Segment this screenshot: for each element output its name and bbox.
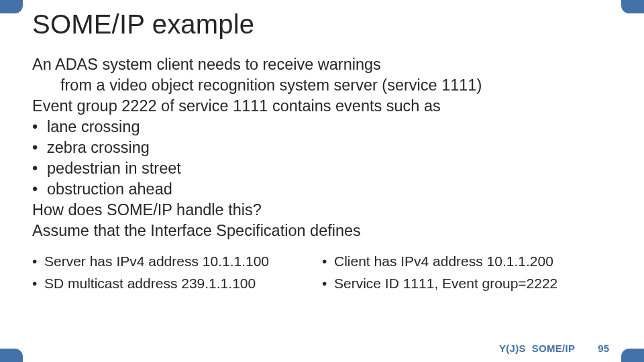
list-item: • SD multicast address 239.1.1.100 xyxy=(32,273,322,295)
slide-footer: Y(J)S SOME/IP 95 xyxy=(499,343,609,354)
column-right: • Client has IPv4 address 10.1.1.200 • S… xyxy=(322,251,612,294)
bullet-icon: • xyxy=(32,179,47,200)
list-item: • obstruction ahead xyxy=(32,179,612,200)
bullet-icon: • xyxy=(322,273,334,295)
two-column-block: • Server has IPv4 address 10.1.1.100 • S… xyxy=(32,251,612,294)
body-line: Event group 2222 of service 1111 contain… xyxy=(32,96,612,117)
list-item-label: Server has IPv4 address 10.1.1.100 xyxy=(44,251,269,273)
list-item: • lane crossing xyxy=(32,117,612,137)
body-line: An ADAS system client needs to receive w… xyxy=(32,54,612,75)
list-item: • pedestrian in street xyxy=(32,158,612,179)
page-number: 95 xyxy=(598,343,609,354)
slide-title: SOME/IP example xyxy=(32,9,612,40)
list-item: • zebra crossing xyxy=(32,137,612,158)
bullet-icon: • xyxy=(32,273,44,295)
bullet-icon: • xyxy=(322,251,334,273)
list-item-label: pedestrian in street xyxy=(47,158,181,179)
bullet-icon: • xyxy=(32,158,47,179)
list-item-label: obstruction ahead xyxy=(47,179,172,200)
list-item-label: zebra crossing xyxy=(47,137,150,158)
body-line: from a video object recognition system s… xyxy=(32,75,612,96)
list-item: • Client has IPv4 address 10.1.1.200 xyxy=(322,251,612,273)
list-item-label: Service ID 1111, Event group=2222 xyxy=(334,273,557,295)
list-item: • Server has IPv4 address 10.1.1.100 xyxy=(32,251,322,273)
bullet-icon: • xyxy=(32,117,47,137)
slide-content: SOME/IP example An ADAS system client ne… xyxy=(0,0,644,362)
list-item-label: lane crossing xyxy=(47,117,140,137)
body-line: How does SOME/IP handle this? xyxy=(32,200,612,221)
footer-label: Y(J)S SOME/IP xyxy=(499,343,575,354)
column-left: • Server has IPv4 address 10.1.1.100 • S… xyxy=(32,251,322,294)
slide-body: An ADAS system client needs to receive w… xyxy=(32,54,612,294)
list-item-label: SD multicast address 239.1.1.100 xyxy=(44,273,256,295)
bullet-icon: • xyxy=(32,251,44,273)
list-item-label: Client has IPv4 address 10.1.1.200 xyxy=(334,251,553,273)
bullet-icon: • xyxy=(32,137,47,158)
list-item: • Service ID 1111, Event group=2222 xyxy=(322,273,612,295)
body-line: Assume that the Interface Specification … xyxy=(32,221,612,241)
